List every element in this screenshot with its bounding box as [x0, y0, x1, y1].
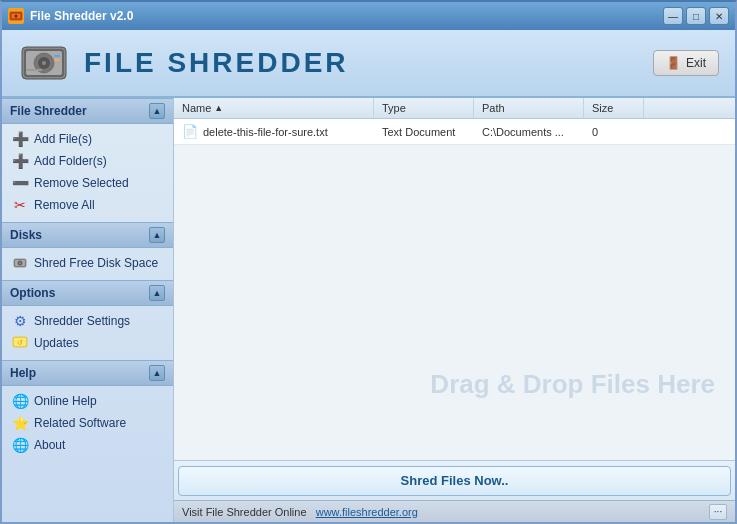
online-help-icon: 🌐 — [12, 393, 28, 409]
file-area: Name ▲ Type Path Size — [174, 98, 735, 522]
svg-point-2 — [15, 15, 18, 18]
sidebar-section-help: Help ▲ 🌐 Online Help ⭐ Related Software — [2, 360, 173, 460]
sidebar-item-label-remove-all: Remove All — [34, 198, 95, 212]
file-path: C:\Documents ... — [482, 126, 564, 138]
settings-icon: ⚙ — [12, 313, 28, 329]
svg-point-8 — [42, 61, 46, 65]
shred-button[interactable]: Shred Files Now.. — [178, 466, 731, 496]
window-controls: — □ ✕ — [663, 7, 729, 25]
sidebar-section-header-options[interactable]: Options ▲ — [2, 280, 173, 306]
sidebar-items-options: ⚙ Shredder Settings ↺ Upda — [2, 306, 173, 358]
col-header-path[interactable]: Path — [474, 98, 584, 118]
sidebar-item-add-files[interactable]: ➕ Add File(s) — [4, 128, 171, 150]
file-cell-name: 📄 delete-this-file-for-sure.txt — [174, 122, 374, 141]
file-name: delete-this-file-for-sure.txt — [203, 126, 328, 138]
file-list-body: 📄 delete-this-file-for-sure.txt Text Doc… — [174, 119, 735, 460]
related-software-icon: ⭐ — [12, 415, 28, 431]
collapse-icon-disks: ▲ — [149, 227, 165, 243]
svg-rect-11 — [26, 69, 42, 71]
exit-icon: 🚪 — [666, 56, 681, 70]
sidebar-item-label-add-folder: Add Folder(s) — [34, 154, 107, 168]
visit-label: Visit File Shredder Online — [182, 506, 307, 518]
file-list-header: Name ▲ Type Path Size — [174, 98, 735, 119]
sidebar-item-shred-disk[interactable]: Shred Free Disk Space — [4, 252, 171, 274]
sidebar-item-label-about: About — [34, 438, 65, 452]
drag-drop-hint: Drag & Drop Files Here — [430, 369, 715, 400]
sidebar-items-disks: Shred Free Disk Space — [2, 248, 173, 278]
sidebar-section-disks: Disks ▲ — [2, 222, 173, 278]
file-size: 0 — [592, 126, 598, 138]
updates-icon: ↺ — [12, 335, 28, 351]
sidebar-items-help: 🌐 Online Help ⭐ Related Software 🌐 About — [2, 386, 173, 460]
sidebar-section-options: Options ▲ ⚙ Shredder Settings — [2, 280, 173, 358]
sidebar-items-file-shredder: ➕ Add File(s) ➕ Add Folder(s) ➖ Remove S… — [2, 124, 173, 220]
main-content: FILE SHREDDER 🚪 Exit File Shredder ▲ — [2, 30, 735, 522]
exit-button[interactable]: 🚪 Exit — [653, 50, 719, 76]
col-name-label: Name — [182, 102, 211, 114]
app-header: FILE SHREDDER 🚪 Exit — [2, 30, 735, 98]
action-bar: Shred Files Now.. — [174, 460, 735, 500]
sidebar-item-label-related-software: Related Software — [34, 416, 126, 430]
file-type: Text Document — [382, 126, 455, 138]
svg-rect-9 — [54, 55, 60, 57]
app-title-text: FILE SHREDDER — [84, 47, 349, 79]
sidebar-item-online-help[interactable]: 🌐 Online Help — [4, 390, 171, 412]
shred-disk-icon — [12, 255, 28, 271]
table-row[interactable]: 📄 delete-this-file-for-sure.txt Text Doc… — [174, 119, 735, 145]
sidebar-item-label-updates: Updates — [34, 336, 79, 350]
svg-text:↺: ↺ — [17, 339, 23, 346]
remove-selected-icon: ➖ — [12, 175, 28, 191]
add-files-icon: ➕ — [12, 131, 28, 147]
sidebar-section-header-help[interactable]: Help ▲ — [2, 360, 173, 386]
sidebar-item-label-remove-selected: Remove Selected — [34, 176, 129, 190]
body-layout: File Shredder ▲ ➕ Add File(s) ➕ Add Fold… — [2, 98, 735, 522]
sidebar-item-add-folder[interactable]: ➕ Add Folder(s) — [4, 150, 171, 172]
minimize-button[interactable]: — — [663, 7, 683, 25]
sidebar-section-label-options: Options — [10, 286, 55, 300]
sidebar-item-label-shred-disk: Shred Free Disk Space — [34, 256, 158, 270]
col-header-name[interactable]: Name ▲ — [174, 98, 374, 118]
file-cell-path: C:\Documents ... — [474, 124, 584, 140]
remove-all-icon: ✂ — [12, 197, 28, 213]
sidebar-item-label-online-help: Online Help — [34, 394, 97, 408]
title-bar: File Shredder v2.0 — □ ✕ — [2, 2, 735, 30]
sidebar-item-remove-all[interactable]: ✂ Remove All — [4, 194, 171, 216]
collapse-icon-help: ▲ — [149, 365, 165, 381]
collapse-icon-options: ▲ — [149, 285, 165, 301]
sidebar-item-label-settings: Shredder Settings — [34, 314, 130, 328]
sidebar-item-shredder-settings[interactable]: ⚙ Shredder Settings — [4, 310, 171, 332]
sidebar-section-file-shredder: File Shredder ▲ ➕ Add File(s) ➕ Add Fold… — [2, 98, 173, 220]
status-dots-button[interactable]: ··· — [709, 504, 727, 520]
sidebar-section-label-file-shredder: File Shredder — [10, 104, 87, 118]
add-folder-icon: ➕ — [12, 153, 28, 169]
col-header-size[interactable]: Size — [584, 98, 644, 118]
col-header-type[interactable]: Type — [374, 98, 474, 118]
file-type-icon: 📄 — [182, 124, 198, 139]
sidebar-item-label-add-files: Add File(s) — [34, 132, 92, 146]
title-bar-left: File Shredder v2.0 — [8, 8, 133, 24]
sidebar-section-header-disks[interactable]: Disks ▲ — [2, 222, 173, 248]
svg-point-15 — [19, 262, 21, 264]
sidebar-section-header-file-shredder[interactable]: File Shredder ▲ — [2, 98, 173, 124]
status-url[interactable]: www.fileshredder.org — [316, 506, 418, 518]
status-text: Visit File Shredder Online www.fileshred… — [182, 506, 418, 518]
col-size-label: Size — [592, 102, 613, 114]
sidebar-item-remove-selected[interactable]: ➖ Remove Selected — [4, 172, 171, 194]
sidebar-item-related-software[interactable]: ⭐ Related Software — [4, 412, 171, 434]
sort-icon: ▲ — [214, 103, 223, 113]
sidebar-item-updates[interactable]: ↺ Updates — [4, 332, 171, 354]
maximize-button[interactable]: □ — [686, 7, 706, 25]
col-type-label: Type — [382, 102, 406, 114]
about-icon: 🌐 — [12, 437, 28, 453]
collapse-icon-file-shredder: ▲ — [149, 103, 165, 119]
status-bar: Visit File Shredder Online www.fileshred… — [174, 500, 735, 522]
sidebar-section-label-disks: Disks — [10, 228, 42, 242]
sidebar-item-about[interactable]: 🌐 About — [4, 434, 171, 456]
logo-area: FILE SHREDDER — [18, 37, 349, 89]
app-window: File Shredder v2.0 — □ ✕ — [0, 0, 737, 524]
window-title: File Shredder v2.0 — [30, 9, 133, 23]
close-button[interactable]: ✕ — [709, 7, 729, 25]
sidebar: File Shredder ▲ ➕ Add File(s) ➕ Add Fold… — [2, 98, 174, 522]
hdd-icon — [18, 37, 70, 89]
sidebar-section-label-help: Help — [10, 366, 36, 380]
